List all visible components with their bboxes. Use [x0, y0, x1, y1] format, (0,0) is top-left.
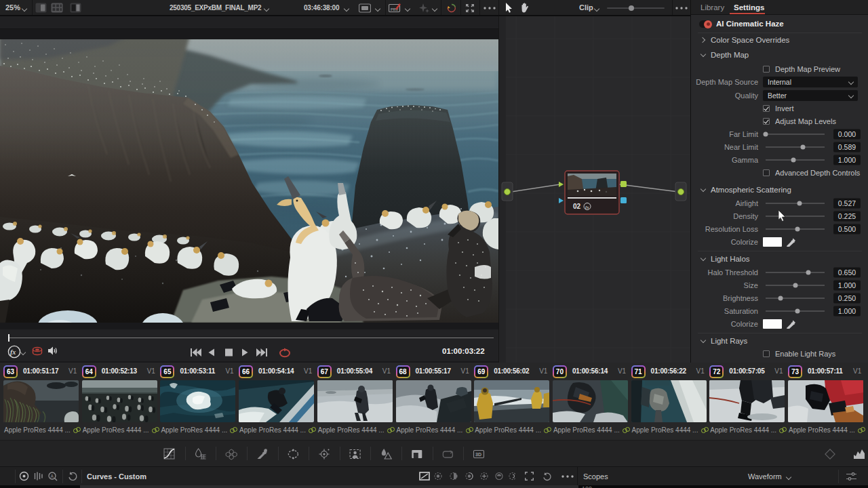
svg-text:02: 02 — [573, 203, 581, 210]
svg-text:3D: 3D — [475, 452, 481, 457]
svg-text:fx: fx — [585, 205, 589, 209]
svg-text:fx: fx — [10, 348, 16, 356]
svg-text:A: A — [51, 474, 54, 479]
